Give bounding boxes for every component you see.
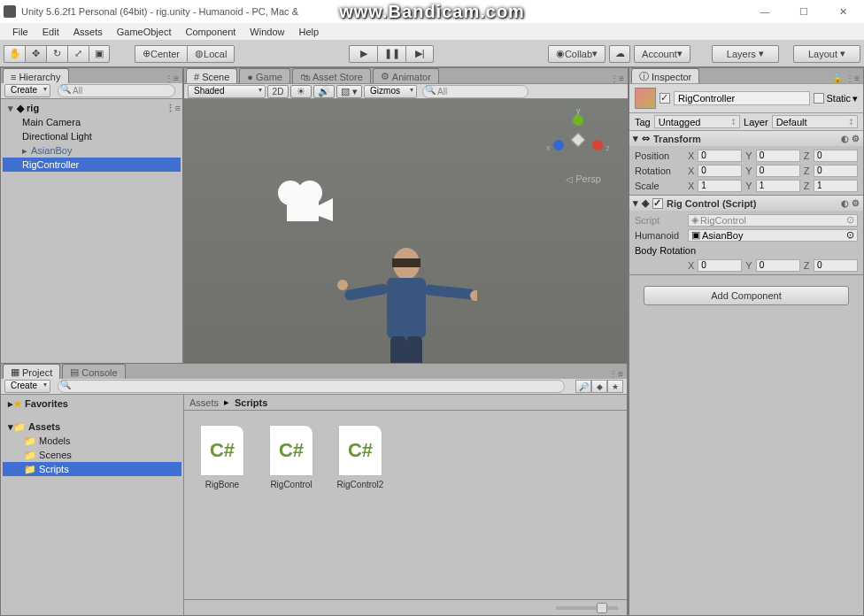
tab-assetstore[interactable]: 🛍 Asset Store (292, 68, 371, 83)
hierarchy-search-input[interactable]: All (58, 84, 175, 97)
axis-y-icon[interactable] (573, 115, 583, 126)
play-button[interactable]: ▶ (349, 45, 377, 63)
create-dropdown[interactable]: Create (4, 84, 50, 97)
panel-options-icon[interactable]: 🔒 ⋮≡ (832, 73, 863, 83)
favorites-row[interactable]: ▸★ Favorites (3, 397, 181, 411)
folder-row[interactable]: 📁 Models (3, 434, 181, 448)
favorite-save-icon[interactable]: ★ (607, 380, 623, 393)
folder-row[interactable]: 📁 Scenes (3, 448, 181, 462)
tab-scene[interactable]: # Scene (186, 68, 237, 83)
panel-options-icon[interactable]: ⋮≡ (609, 369, 627, 379)
scene-row[interactable]: ▾ ◆ rig ⋮≡ (3, 101, 181, 115)
hierarchy-item[interactable]: Directional Light (3, 129, 181, 143)
scale-z-input[interactable] (814, 180, 858, 192)
project-create-dropdown[interactable]: Create (4, 380, 50, 393)
component-menu-icon[interactable]: ◐ ⚙ (841, 134, 860, 143)
folder-row[interactable]: 📁 Scripts (3, 462, 181, 476)
static-checkbox[interactable] (814, 93, 824, 104)
position-z-input[interactable] (814, 150, 858, 162)
pivot-center-button[interactable]: ⊕ Center (135, 45, 187, 63)
layer-dropdown[interactable]: Default (772, 115, 858, 128)
panel-options-icon[interactable]: ⋮≡ (610, 73, 628, 83)
icon-size-slider[interactable] (556, 606, 618, 610)
filter-asset-icon[interactable]: 🔎 (575, 380, 591, 393)
scale-tool-button[interactable]: ⤢ (67, 45, 89, 63)
project-file[interactable]: C# RigBone (193, 425, 251, 489)
rigcontrol-header[interactable]: ▾ ◈ Rig Control (Script) ◐ ⚙ (629, 196, 863, 211)
humanoid-field[interactable]: ▣AsianBoy⊙ (688, 229, 858, 242)
menu-file[interactable]: File (5, 25, 35, 39)
gizmo-cube-icon[interactable] (571, 133, 586, 148)
rect-tool-button[interactable]: ▣ (89, 45, 110, 63)
panel-options-icon[interactable]: ⋮≡ (165, 73, 182, 83)
hierarchy-item[interactable]: RigController (3, 158, 181, 172)
tab-console[interactable]: ▤ Console (62, 364, 125, 379)
foldout-icon[interactable]: ▾ (633, 133, 638, 144)
tab-game[interactable]: ● Game (239, 68, 290, 83)
rotate-tool-button[interactable]: ↻ (46, 45, 67, 63)
orientation-gizmo[interactable]: x y z (553, 115, 603, 165)
menu-window[interactable]: Window (243, 25, 291, 39)
2d-toggle[interactable]: 2D (267, 85, 289, 98)
menu-edit[interactable]: Edit (35, 25, 66, 39)
project-file[interactable]: C# RigControl2 (331, 425, 390, 489)
rotation-y-input[interactable] (756, 165, 800, 177)
scale-x-input[interactable] (698, 180, 742, 192)
position-y-input[interactable] (756, 150, 800, 162)
tab-project[interactable]: ▦ Project (3, 364, 60, 379)
shading-dropdown[interactable]: Shaded (188, 85, 266, 98)
tag-dropdown[interactable]: Untagged (654, 115, 740, 128)
scale-y-input[interactable] (756, 180, 800, 192)
cloud-button[interactable]: ☁ (609, 45, 630, 63)
scene-menu-icon[interactable]: ⋮≡ (166, 103, 181, 114)
bodyrot-x-input[interactable] (698, 259, 742, 272)
account-dropdown[interactable]: Account ▾ (634, 45, 690, 63)
tab-animator[interactable]: ⚙ Animator (373, 68, 439, 83)
maximize-button[interactable]: ☐ (786, 2, 822, 21)
transform-header[interactable]: ▾ ⇔ Transform ◐ ⚙ (629, 131, 863, 146)
axis-z-icon[interactable] (553, 140, 564, 150)
active-checkbox[interactable] (660, 93, 670, 104)
add-component-button[interactable]: Add Component (644, 286, 849, 305)
tab-inspector[interactable]: ⓘ Inspector (631, 68, 699, 83)
foldout-icon[interactable]: ▸ (22, 145, 31, 157)
hierarchy-item[interactable]: Main Camera (3, 115, 181, 129)
bodyrot-y-input[interactable] (756, 259, 800, 272)
assets-row[interactable]: ▾📁 Assets (3, 420, 181, 434)
rotation-z-input[interactable] (814, 165, 858, 177)
menu-component[interactable]: Component (178, 25, 243, 39)
component-enabled-checkbox[interactable] (652, 198, 663, 209)
axis-x-icon[interactable] (592, 140, 603, 150)
move-tool-button[interactable]: ✥ (25, 45, 46, 63)
tab-hierarchy[interactable]: ≡ Hierarchy (3, 68, 69, 83)
script-field[interactable]: ◈RigControl⊙ (688, 214, 858, 227)
layers-dropdown[interactable]: Layers ▾ (712, 45, 779, 63)
breadcrumb-item[interactable]: Assets (189, 397, 219, 408)
foldout-icon[interactable]: ▾ (8, 103, 17, 114)
menu-help[interactable]: Help (291, 25, 326, 39)
filter-type-icon[interactable]: ◆ (591, 380, 607, 393)
pivot-local-button[interactable]: ◍ Local (187, 45, 235, 63)
collab-button[interactable]: ◉ Collab ▾ (548, 45, 606, 63)
lighting-toggle[interactable]: ☀ (290, 85, 312, 98)
rotation-x-input[interactable] (698, 165, 742, 177)
foldout-icon[interactable]: ▾ (633, 197, 638, 209)
scene-search-input[interactable]: All (422, 85, 528, 98)
component-menu-icon[interactable]: ◐ ⚙ (841, 198, 860, 208)
project-search-input[interactable] (58, 380, 565, 393)
hand-tool-button[interactable]: ✋ (4, 45, 25, 63)
position-x-input[interactable] (698, 150, 742, 162)
menu-assets[interactable]: Assets (66, 25, 110, 39)
fx-toggle[interactable]: ▧ ▾ (336, 85, 362, 98)
project-file[interactable]: C# RigControl (262, 425, 320, 489)
hierarchy-item[interactable]: ▸AsianBoy (3, 143, 181, 158)
object-name-input[interactable] (674, 91, 810, 105)
bodyrot-z-input[interactable] (814, 259, 858, 272)
menu-gameobject[interactable]: GameObject (110, 25, 179, 39)
breadcrumb-item[interactable]: Scripts (235, 397, 267, 408)
layout-dropdown[interactable]: Layout ▾ (793, 45, 860, 63)
step-button[interactable]: ▶| (405, 45, 434, 63)
projection-label[interactable]: ◁ Persp (566, 173, 601, 184)
pause-button[interactable]: ❚❚ (377, 45, 405, 63)
audio-toggle[interactable]: 🔊 (313, 85, 335, 98)
